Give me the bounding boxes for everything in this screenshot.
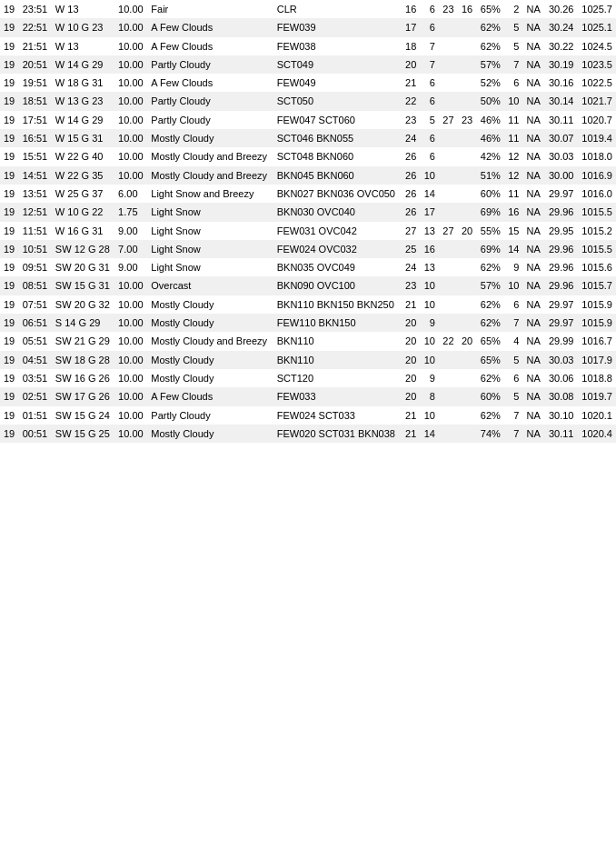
table-cell: [458, 240, 477, 258]
table-cell: 5: [504, 351, 523, 369]
table-cell: Mostly Cloudy: [147, 425, 273, 443]
table-cell: 62%: [476, 314, 504, 332]
table-cell: 17: [420, 203, 439, 221]
table-cell: NA: [522, 222, 544, 240]
table-cell: 26: [402, 203, 421, 221]
table-cell: 20:51: [19, 55, 52, 74]
table-cell: 19: [0, 276, 19, 295]
table-cell: 21:51: [19, 37, 52, 55]
table-cell: 30.07: [544, 129, 577, 147]
table-cell: NA: [522, 369, 544, 387]
table-cell: 19: [0, 369, 19, 387]
table-cell: FEW039: [273, 18, 402, 36]
table-cell: Light Snow and Breezy: [147, 185, 273, 203]
table-cell: 19: [0, 240, 19, 258]
table-cell: 27: [439, 111, 458, 129]
table-cell: 5: [420, 111, 439, 129]
table-cell: 5: [504, 387, 523, 405]
table-cell: 6.00: [114, 185, 147, 203]
table-row: 1922:51W 10 G 2310.00A Few CloudsFEW0391…: [0, 18, 616, 36]
table-cell: 02:51: [19, 387, 52, 405]
table-cell: 10: [420, 166, 439, 185]
table-cell: [439, 387, 458, 405]
table-cell: 19: [0, 332, 19, 350]
table-cell: 30.19: [544, 55, 577, 74]
table-cell: 10.00: [114, 314, 147, 332]
table-cell: NA: [522, 55, 544, 74]
table-cell: 21: [402, 406, 421, 425]
table-cell: [439, 92, 458, 110]
table-cell: [458, 18, 477, 36]
table-cell: CLR: [273, 0, 402, 18]
table-cell: NA: [522, 406, 544, 425]
table-cell: 1016.0: [577, 185, 616, 203]
table-cell: 1015.7: [577, 276, 616, 295]
table-cell: 21: [402, 425, 421, 443]
table-cell: [439, 295, 458, 314]
table-cell: 30.11: [544, 425, 577, 443]
table-cell: 9.00: [114, 222, 147, 240]
table-cell: [458, 387, 477, 405]
table-cell: 25: [402, 240, 421, 258]
table-cell: [458, 203, 477, 221]
table-cell: [439, 55, 458, 74]
table-cell: 29.97: [544, 314, 577, 332]
table-cell: NA: [522, 111, 544, 129]
table-row: 1914:51W 22 G 3510.00Mostly Cloudy and B…: [0, 166, 616, 185]
table-cell: 62%: [476, 369, 504, 387]
table-cell: 1015.2: [577, 222, 616, 240]
table-row: 1909:51SW 20 G 319.00Light SnowBKN035 OV…: [0, 258, 616, 276]
table-cell: 1015.9: [577, 295, 616, 314]
table-cell: 19: [0, 37, 19, 55]
table-row: 1908:51SW 15 G 3110.00OvercastBKN090 OVC…: [0, 276, 616, 295]
table-cell: 6: [420, 129, 439, 147]
table-cell: 2: [504, 0, 523, 18]
table-cell: Light Snow: [147, 240, 273, 258]
table-cell: 26: [402, 166, 421, 185]
table-cell: [439, 147, 458, 165]
table-cell: 11:51: [19, 222, 52, 240]
table-cell: 5: [504, 18, 523, 36]
table-cell: FEW038: [273, 37, 402, 55]
table-cell: [458, 147, 477, 165]
table-cell: W 14 G 29: [52, 111, 114, 129]
table-cell: 19: [0, 351, 19, 369]
table-cell: [458, 74, 477, 92]
table-cell: NA: [522, 203, 544, 221]
table-cell: 22:51: [19, 18, 52, 36]
table-cell: 13: [420, 258, 439, 276]
table-cell: [458, 276, 477, 295]
table-cell: A Few Clouds: [147, 387, 273, 405]
table-cell: [439, 240, 458, 258]
table-row: 1904:51SW 18 G 2810.00Mostly CloudyBKN11…: [0, 351, 616, 369]
table-cell: [458, 37, 477, 55]
table-cell: 6: [420, 18, 439, 36]
table-cell: NA: [522, 185, 544, 203]
table-cell: 57%: [476, 276, 504, 295]
table-cell: [458, 129, 477, 147]
table-cell: 15: [504, 222, 523, 240]
table-cell: NA: [522, 0, 544, 18]
table-cell: 23: [458, 111, 477, 129]
table-cell: 1025.7: [577, 0, 616, 18]
table-cell: 30.03: [544, 147, 577, 165]
table-row: 1915:51W 22 G 4010.00Mostly Cloudy and B…: [0, 147, 616, 165]
table-cell: 12: [504, 166, 523, 185]
table-cell: 46%: [476, 111, 504, 129]
table-cell: SW 12 G 28: [52, 240, 114, 258]
table-cell: 14:51: [19, 166, 52, 185]
table-cell: [439, 18, 458, 36]
table-cell: 21: [402, 74, 421, 92]
table-cell: 19:51: [19, 74, 52, 92]
table-cell: Mostly Cloudy and Breezy: [147, 147, 273, 165]
table-cell: FEW047 SCT060: [273, 111, 402, 129]
table-cell: [458, 92, 477, 110]
table-cell: 1025.1: [577, 18, 616, 36]
table-row: 1923:51W 1310.00FairCLR166231665%2NA30.2…: [0, 0, 616, 18]
table-cell: 22: [402, 92, 421, 110]
table-cell: 10.00: [114, 166, 147, 185]
table-cell: 10.00: [114, 0, 147, 18]
table-cell: SW 21 G 29: [52, 332, 114, 350]
table-cell: 10.00: [114, 276, 147, 295]
table-cell: [439, 74, 458, 92]
